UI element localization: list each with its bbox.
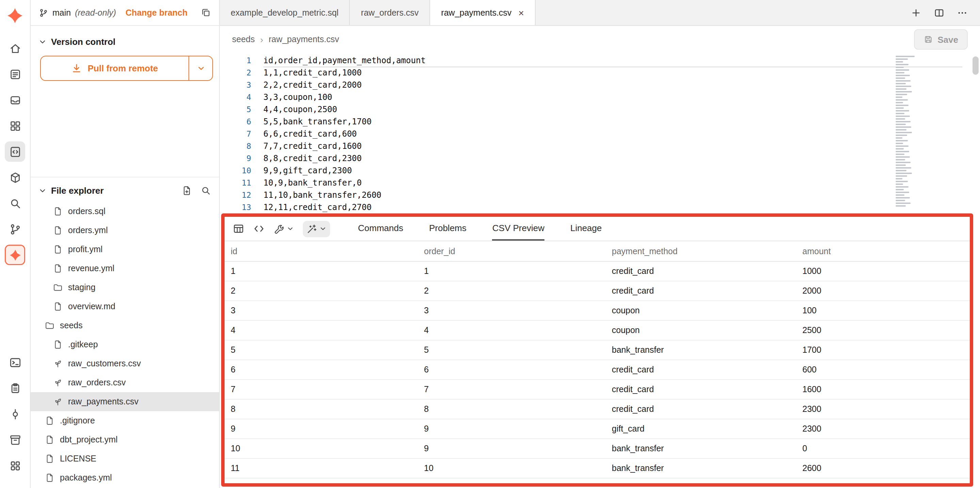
csv-header-payment-method: payment_method xyxy=(606,246,796,256)
code-line-1[interactable]: 1id,order_id,payment_method,amount xyxy=(220,54,980,67)
code-editor[interactable]: 1id,order_id,payment_method,amount21,1,c… xyxy=(220,53,980,214)
code-line-12[interactable]: 1211,10,bank_transfer,2600 xyxy=(220,189,980,201)
editor-tab-raw-orders-csv[interactable]: raw_orders.csv xyxy=(350,0,430,25)
csv-row-5[interactable]: 55bank_transfer1700 xyxy=(224,341,970,360)
code-line-7[interactable]: 76,6,credit_card,600 xyxy=(220,128,980,140)
code-line-9[interactable]: 98,8,credit_card,2300 xyxy=(220,152,980,165)
pull-from-remote-main[interactable]: Pull from remote xyxy=(41,56,189,80)
code-line-6[interactable]: 65,5,bank_transfer,1700 xyxy=(220,116,980,128)
file-item-overview-md[interactable]: overview.md xyxy=(30,297,219,316)
csv-row-7[interactable]: 77credit_card1600 xyxy=(224,380,970,400)
file-item-raw-customers-csv[interactable]: raw_customers.csv xyxy=(30,354,219,373)
file-item-gitkeep[interactable]: .gitkeep xyxy=(30,335,219,354)
code-line-2[interactable]: 21,1,credit_card,1000 xyxy=(220,67,980,79)
file-item-revenue-yml[interactable]: revenue.yml xyxy=(30,259,219,278)
code-line-13[interactable]: 1312,11,credit_card,2700 xyxy=(220,201,980,214)
apps-icon[interactable] xyxy=(5,455,25,476)
commit-icon[interactable] xyxy=(5,404,25,424)
file-item-profit-yml[interactable]: profit.yml xyxy=(30,240,219,259)
file-item-staging[interactable]: staging xyxy=(30,278,219,297)
file-item-license[interactable]: LICENSE xyxy=(30,449,219,468)
magic-wand-dropdown[interactable] xyxy=(303,220,330,237)
editor-scrollbar-thumb[interactable] xyxy=(972,56,978,75)
line-number: 4 xyxy=(220,91,251,103)
code-line-11[interactable]: 1110,9,bank_transfer,0 xyxy=(220,177,980,189)
csv-row-8[interactable]: 88credit_card2300 xyxy=(224,400,970,419)
dbt-logo[interactable] xyxy=(5,5,25,26)
clipboard-icon[interactable] xyxy=(5,378,25,398)
folder-icon xyxy=(53,283,63,292)
code-editor-icon[interactable] xyxy=(5,141,25,162)
code-view-icon[interactable] xyxy=(253,223,265,234)
file-icon xyxy=(53,302,63,311)
search-files-icon[interactable] xyxy=(201,185,211,195)
file-explorer-header[interactable]: File explorer xyxy=(30,181,219,199)
more-options-icon[interactable] xyxy=(957,7,968,18)
file-item-orders-yml[interactable]: orders.yml xyxy=(30,221,219,240)
tab-close-icon[interactable]: × xyxy=(518,8,524,17)
code-line-3[interactable]: 32,2,credit_card,2000 xyxy=(220,79,980,91)
code-line-10[interactable]: 109,9,gift_card,2300 xyxy=(220,165,980,177)
csv-row-10[interactable]: 109bank_transfer0 xyxy=(224,439,970,459)
grid-icon[interactable] xyxy=(5,116,25,136)
file-item-raw-orders-csv[interactable]: raw_orders.csv xyxy=(30,373,219,392)
table-view-icon[interactable] xyxy=(233,223,244,234)
csv-row-6[interactable]: 66credit_card600 xyxy=(224,360,970,380)
csv-row-2[interactable]: 22credit_card2000 xyxy=(224,281,970,301)
csv-row-12[interactable]: 1211credit_card2700 xyxy=(224,478,970,483)
build-tools-dropdown[interactable] xyxy=(274,223,294,234)
notebook-icon[interactable] xyxy=(5,64,25,84)
minimap-line xyxy=(896,121,911,122)
csv-row-1[interactable]: 11credit_card1000 xyxy=(224,261,970,281)
file-label: profit.yml xyxy=(68,245,102,254)
file-explorer-section: File explorer orders.sqlorders.ymlprofit… xyxy=(30,177,219,488)
file-item-seeds[interactable]: seeds xyxy=(30,316,219,335)
pull-options-caret[interactable] xyxy=(189,56,212,80)
file-item-orders-sql[interactable]: orders.sql xyxy=(30,202,219,221)
minimap-line xyxy=(896,143,903,144)
copy-branch-icon[interactable] xyxy=(201,8,211,17)
panel-tab-lineage[interactable]: Lineage xyxy=(570,217,602,241)
editor-tab-example-develop-metric-sql[interactable]: example_develop_metric.sql xyxy=(220,0,350,25)
terminal-icon[interactable] xyxy=(5,352,25,372)
branch-icon[interactable] xyxy=(5,219,25,239)
file-item-gitignore[interactable]: .gitignore xyxy=(30,411,219,430)
archive-icon[interactable] xyxy=(5,429,25,450)
code-lines: 1id,order_id,payment_method,amount21,1,c… xyxy=(220,54,980,214)
dbt-assist-icon[interactable] xyxy=(5,245,25,265)
csv-row-3[interactable]: 33coupon100 xyxy=(224,301,970,321)
pull-from-remote-button[interactable]: Pull from remote xyxy=(40,56,213,81)
new-tab-icon[interactable] xyxy=(911,7,921,18)
change-branch-link[interactable]: Change branch xyxy=(126,8,188,17)
version-control-header[interactable]: Version control xyxy=(39,33,211,50)
panel-tab-commands[interactable]: Commands xyxy=(358,217,403,241)
inbox-icon[interactable] xyxy=(5,90,25,110)
breadcrumb-folder[interactable]: seeds xyxy=(232,35,255,44)
search-icon[interactable] xyxy=(5,193,25,214)
line-text: 7,7,credit_card,1600 xyxy=(251,140,362,152)
csv-cell: 7 xyxy=(224,385,418,394)
cube-icon[interactable] xyxy=(5,167,25,188)
editor-tab-raw-payments-csv[interactable]: raw_payments.csv× xyxy=(430,0,535,25)
code-line-4[interactable]: 43,3,coupon,100 xyxy=(220,91,980,103)
panel-tab-problems[interactable]: Problems xyxy=(429,217,466,241)
branch-bar: main (read-only) Change branch xyxy=(30,0,219,26)
code-line-8[interactable]: 87,7,credit_card,1600 xyxy=(220,140,980,152)
minimap[interactable] xyxy=(894,56,962,211)
csv-row-9[interactable]: 99gift_card2300 xyxy=(224,419,970,439)
file-item-dbt-project-yml[interactable]: dbt_project.yml xyxy=(30,430,219,449)
home-icon[interactable] xyxy=(5,38,25,59)
new-file-icon[interactable] xyxy=(182,185,192,195)
minimap-line xyxy=(896,108,904,109)
save-button[interactable]: Save xyxy=(914,29,968,50)
minimap-line xyxy=(896,162,911,163)
file-label: .gitignore xyxy=(60,416,95,425)
csv-row-11[interactable]: 1110bank_transfer2600 xyxy=(224,459,970,478)
code-line-5[interactable]: 54,4,coupon,2500 xyxy=(220,103,980,116)
panel-tab-csv-preview[interactable]: CSV Preview xyxy=(492,217,544,241)
split-editor-icon[interactable] xyxy=(934,7,945,18)
file-item-packages-yml[interactable]: packages.yml xyxy=(30,468,219,487)
file-item-raw-payments-csv[interactable]: raw_payments.csv xyxy=(30,392,219,411)
csv-row-4[interactable]: 44coupon2500 xyxy=(224,321,970,341)
file-icon xyxy=(45,416,54,425)
